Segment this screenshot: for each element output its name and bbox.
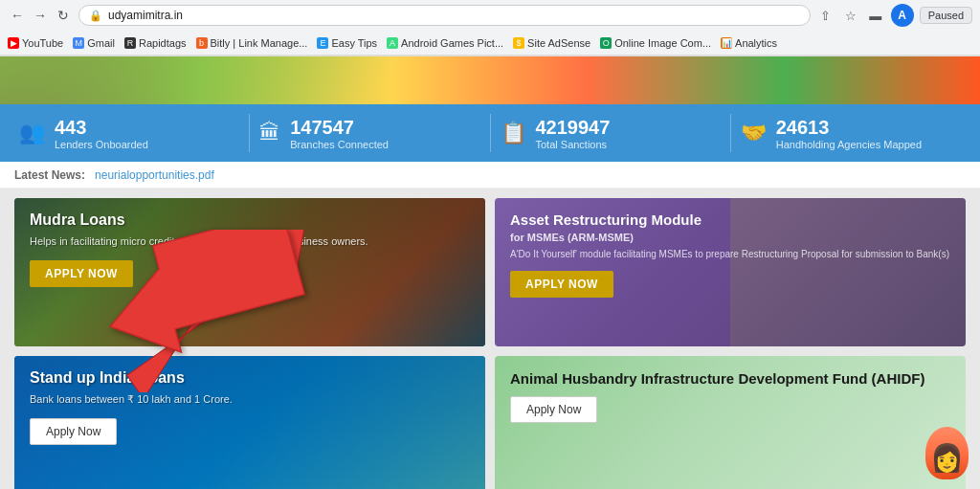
mudra-description: Helps in facilitating micro credit upto … [30,234,470,249]
address-bar[interactable]: 🔒 udyamimitra.in [78,5,811,26]
stat-sanctions: 📋 4219947 Total Sanctions [501,116,721,150]
stat-lenders: 👥 443 Lenders Onboarded [19,116,239,150]
easy-favicon: E [317,37,328,49]
bookmark-label: Rapidtags [139,37,187,49]
bookmark-label: Bitly | Link Manage... [211,37,308,49]
latest-news-label: Latest News: [14,168,85,182]
bookmark-android[interactable]: A Android Games Pict... [387,37,503,49]
bookmark-label: YouTube [22,37,63,49]
card-arm-msme: Asset Restructuring Module for MSMEs (AR… [495,198,966,346]
sanctions-label: Total Sanctions [536,139,611,150]
bookmark-label: Online Image Com... [614,37,711,49]
arm-apply-button[interactable]: APPLY NOW [510,271,613,298]
cards-grid: Mudra Loans Helps in facilitating micro … [0,189,980,489]
bookmark-gmail[interactable]: M Gmail [73,37,115,49]
back-button[interactable]: ← [8,6,27,25]
branches-label: Branches Connected [290,139,389,150]
standup-description: Bank loans between ₹ 10 lakh and 1 Crore… [30,392,470,407]
address-text: udyamimitra.in [108,9,183,22]
analytics-favicon: 📊 [721,37,732,49]
handholding-icon: 🤝 [741,121,767,145]
animal-content: Animal Husbandry Infrastructure Developm… [495,356,966,436]
android-favicon: A [387,37,398,49]
arm-description: A'Do It Yourself' module facilitating MS… [510,248,950,261]
bookmark-label: Android Games Pict... [401,37,503,49]
lock-icon: 🔒 [89,10,102,22]
bookmark-easytips[interactable]: E Easy Tips [317,37,377,49]
mudra-apply-button[interactable]: APPLY NOW [30,260,133,287]
news-bar: Latest News: neurialopportunities.pdf [0,162,980,189]
browser-chrome: ← → ↻ 🔒 udyamimitra.in ⇧ ☆ ▬ A Paused ▶ … [0,0,980,56]
bitly-favicon: b [196,37,208,49]
online-favicon: O [600,37,612,49]
hero-strip [0,56,980,104]
arm-content: Asset Restructuring Module for MSMEs (AR… [495,198,966,311]
share-button[interactable]: ⇧ [816,6,835,25]
mudra-title: Mudra Loans [30,211,470,229]
stat-divider-3 [730,114,731,152]
adsense-favicon: $ [513,37,524,49]
chat-widget[interactable]: 👩 [925,427,969,479]
standup-title: Stand up India Loans [30,369,470,387]
hero-image [0,56,980,104]
extensions-button[interactable]: ▬ [866,6,885,25]
bookmark-online[interactable]: O Online Image Com... [600,37,711,49]
bookmark-rapidtags[interactable]: R Rapidtags [124,37,187,49]
stat-divider-1 [249,114,250,152]
forward-button[interactable]: → [31,6,50,25]
bookmark-bitly[interactable]: b Bitly | Link Manage... [196,37,308,49]
stat-branches: 🏛 147547 Branches Connected [259,116,479,150]
browser-actions: ⇧ ☆ ▬ A Paused [816,4,972,27]
stat-divider-2 [490,114,491,152]
card-mudra-loans: Mudra Loans Helps in facilitating micro … [14,198,485,346]
card-animal-husbandry: Animal Husbandry Infrastructure Developm… [495,356,966,489]
sanctions-number: 4219947 [536,116,611,139]
mudra-content: Mudra Loans Helps in facilitating micro … [14,198,485,300]
bookmark-youtube[interactable]: ▶ YouTube [8,37,63,49]
branches-number: 147547 [290,116,389,139]
rapid-favicon: R [124,37,136,49]
stat-handholding: 🤝 24613 Handholding Agencies Mapped [741,116,961,150]
branches-icon: 🏛 [259,121,280,145]
chat-avatar[interactable]: 👩 [925,427,969,479]
bookmark-analytics[interactable]: 📊 Analytics [721,37,777,49]
paused-button[interactable]: Paused [920,7,972,24]
bookmark-label: Gmail [87,37,115,49]
lenders-icon: 👥 [19,121,45,145]
standup-apply-button[interactable]: Apply Now [30,418,117,445]
bookmark-button[interactable]: ☆ [841,6,860,25]
bookmark-label: Easy Tips [331,37,377,49]
avatar[interactable]: A [891,4,914,27]
lenders-number: 443 [55,116,148,139]
gmail-favicon: M [73,37,84,49]
page-content: 👥 443 Lenders Onboarded 🏛 147547 Branche… [0,56,980,489]
sanctions-icon: 📋 [501,121,526,145]
arm-subtitle: for MSMEs (ARM-MSME) [510,232,950,243]
handholding-label: Handholding Agencies Mapped [776,139,922,150]
bookmark-adsense[interactable]: $ Site AdSense [513,37,590,49]
news-link[interactable]: neurialopportunities.pdf [95,168,214,182]
youtube-favicon: ▶ [8,37,19,49]
nav-icons: ← → ↻ [8,6,73,25]
standup-content: Stand up India Loans Bank loans between … [14,356,485,458]
lenders-label: Lenders Onboarded [55,139,148,150]
bookmarks-bar: ▶ YouTube M Gmail R Rapidtags b Bitly | … [0,31,980,56]
reload-button[interactable]: ↻ [54,6,73,25]
browser-top-bar: ← → ↻ 🔒 udyamimitra.in ⇧ ☆ ▬ A Paused [0,0,980,31]
handholding-number: 24613 [776,116,922,139]
card-standup-india: Stand up India Loans Bank loans between … [14,356,485,489]
bookmark-label: Analytics [735,37,777,49]
bookmark-label: Site AdSense [527,37,590,49]
animal-apply-button[interactable]: Apply Now [510,396,597,423]
animal-title: Animal Husbandry Infrastructure Developm… [510,369,950,389]
chat-avatar-icon: 👩 [930,445,964,472]
arm-title: Asset Restructuring Module [510,211,950,228]
stats-bar: 👥 443 Lenders Onboarded 🏛 147547 Branche… [0,104,980,162]
